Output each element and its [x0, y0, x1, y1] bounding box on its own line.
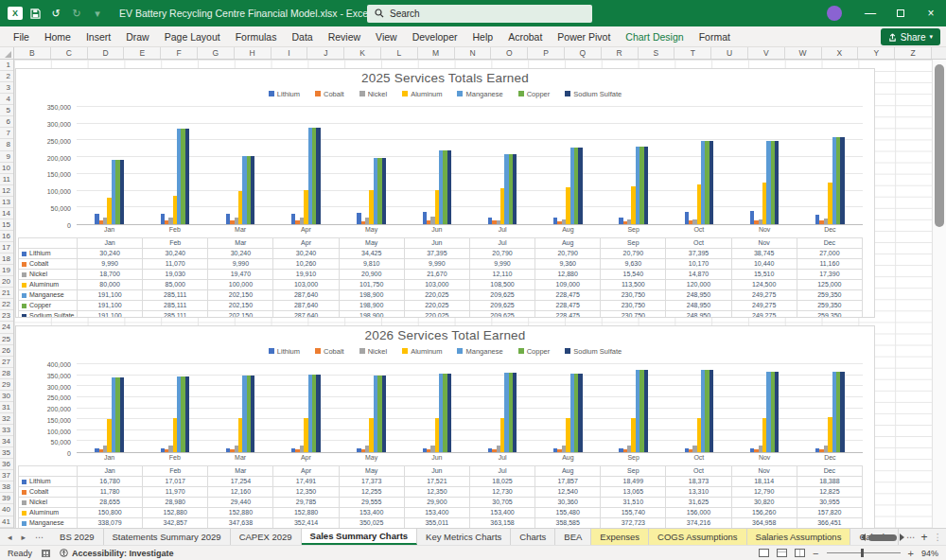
row-header-20[interactable]: 20	[0, 276, 13, 288]
row-header-32[interactable]: 32	[0, 413, 13, 425]
select-all-corner[interactable]	[0, 47, 14, 59]
row-header-33[interactable]: 33	[0, 425, 13, 436]
legend-item-lithium[interactable]: Lithium	[269, 90, 300, 98]
ribbon-tab-draw[interactable]: Draw	[118, 26, 157, 46]
row-header-22[interactable]: 22	[0, 299, 13, 310]
legend-item-lithium[interactable]: Lithium	[269, 347, 300, 356]
row-header-23[interactable]: 23	[0, 310, 13, 322]
row-header-2[interactable]: 2	[0, 71, 13, 82]
column-header-k[interactable]: K	[344, 47, 381, 59]
sheet-tab-bs-2029[interactable]: BS 2029	[51, 529, 103, 545]
column-header-g[interactable]: G	[198, 47, 235, 59]
legend-item-copper[interactable]: Copper	[518, 347, 551, 356]
legend-item-copper[interactable]: Copper	[518, 90, 551, 98]
row-header-21[interactable]: 21	[0, 288, 13, 299]
column-header-j[interactable]: J	[307, 47, 344, 59]
row-header-11[interactable]: 11	[0, 174, 13, 185]
row-header-37[interactable]: 37	[0, 470, 13, 481]
hscroll-right-icon[interactable]	[900, 534, 904, 541]
sheet-tab-sales-summary-charts[interactable]: Sales Summary Charts	[302, 529, 418, 545]
row-header-26[interactable]: 26	[0, 345, 13, 357]
row-header-4[interactable]: 4	[0, 94, 13, 105]
ribbon-tab-power-pivot[interactable]: Power Pivot	[550, 26, 618, 46]
page-break-view-icon[interactable]	[795, 549, 805, 557]
row-header-3[interactable]: 3	[0, 82, 13, 94]
ribbon-tab-home[interactable]: Home	[37, 26, 79, 46]
chart-2025-services-totals[interactable]: 2025 Services Totals Earned LithiumCobal…	[15, 68, 875, 318]
row-header-18[interactable]: 18	[0, 254, 13, 265]
row-header-29[interactable]: 29	[0, 379, 13, 391]
horizontal-scrollbar-thumb[interactable]	[868, 534, 897, 541]
row-header-27[interactable]: 27	[0, 357, 13, 368]
row-header-7[interactable]: 7	[0, 128, 13, 139]
legend-item-aluminum[interactable]: Aluminum	[402, 347, 442, 356]
row-header-41[interactable]: 41	[0, 516, 13, 528]
row-header-24[interactable]: 24	[0, 322, 13, 333]
share-button[interactable]: Share ▾	[881, 28, 940, 45]
sheet-tab-expenses[interactable]: Expenses	[591, 529, 649, 545]
ribbon-tab-data[interactable]: Data	[284, 26, 320, 46]
row-header-10[interactable]: 10	[0, 163, 13, 174]
close-button[interactable]: ×	[916, 0, 946, 26]
accessibility-status[interactable]: Accessibility: Investigate	[60, 549, 174, 558]
column-header-w[interactable]: W	[785, 47, 822, 59]
sheet-tab-capex-2029[interactable]: CAPEX 2029	[231, 529, 302, 545]
column-header-c[interactable]: C	[51, 47, 88, 59]
legend-item-cobalt[interactable]: Cobalt	[315, 347, 344, 356]
ribbon-tab-developer[interactable]: Developer	[405, 26, 465, 46]
row-header-16[interactable]: 16	[0, 231, 13, 242]
normal-view-icon[interactable]	[759, 549, 769, 557]
legend-item-nickel[interactable]: Nickel	[359, 347, 387, 356]
restore-button[interactable]	[885, 0, 916, 26]
search-input[interactable]: Search	[367, 5, 592, 23]
customize-qat-icon[interactable]: ▾	[89, 5, 106, 22]
save-icon[interactable]	[26, 5, 44, 22]
column-header-b[interactable]: B	[14, 47, 51, 59]
row-header-31[interactable]: 31	[0, 402, 13, 413]
column-header-z[interactable]: Z	[895, 47, 932, 59]
legend-item-nickel[interactable]: Nickel	[359, 90, 387, 98]
macro-record-icon[interactable]	[42, 550, 50, 557]
legend-item-cobalt[interactable]: Cobalt	[315, 90, 344, 98]
row-header-15[interactable]: 15	[0, 219, 13, 231]
ribbon-tab-help[interactable]: Help	[465, 26, 501, 46]
row-header-13[interactable]: 13	[0, 197, 13, 208]
sheet-tab-cogs-assumptions[interactable]: COGS Assumptions	[649, 529, 746, 545]
column-header-s[interactable]: S	[639, 47, 675, 59]
row-header-40[interactable]: 40	[0, 504, 13, 516]
row-header-38[interactable]: 38	[0, 481, 13, 493]
legend-item-sodium-sulfate[interactable]: Sodium Sulfate	[565, 347, 622, 356]
zoom-out-icon[interactable]: −	[813, 548, 818, 559]
row-header-36[interactable]: 36	[0, 459, 13, 470]
column-header-v[interactable]: V	[748, 47, 785, 59]
row-header-1[interactable]: 1	[0, 60, 13, 71]
vertical-scrollbar[interactable]	[932, 60, 946, 528]
tabs-more-icon[interactable]: ⋯	[31, 533, 47, 542]
row-header-35[interactable]: 35	[0, 447, 13, 459]
horizontal-scrollbar[interactable]	[861, 532, 942, 543]
legend-item-manganese[interactable]: Manganese	[457, 347, 502, 356]
row-header-12[interactable]: 12	[0, 185, 13, 197]
tabs-scroll-left-icon[interactable]: ◂	[4, 533, 16, 542]
column-header-o[interactable]: O	[491, 47, 528, 59]
column-header-t[interactable]: T	[674, 47, 711, 59]
ribbon-tab-chart-design[interactable]: Chart Design	[618, 26, 691, 46]
ribbon-tab-format[interactable]: Format	[692, 26, 738, 46]
row-header-28[interactable]: 28	[0, 368, 13, 379]
sheet-tab-key-metrics-charts[interactable]: Key Metrics Charts	[417, 529, 511, 545]
column-header-l[interactable]: L	[381, 47, 418, 59]
row-header-30[interactable]: 30	[0, 391, 13, 402]
row-header-5[interactable]: 5	[0, 105, 13, 116]
minimize-button[interactable]: —	[855, 0, 885, 26]
undo-icon[interactable]: ↺	[47, 5, 64, 22]
column-header-x[interactable]: X	[822, 47, 859, 59]
row-header-8[interactable]: 8	[0, 139, 13, 150]
row-header-19[interactable]: 19	[0, 265, 13, 276]
ribbon-tab-review[interactable]: Review	[321, 26, 368, 46]
row-header-6[interactable]: 6	[0, 116, 13, 128]
excel-app-icon[interactable]: X	[8, 7, 23, 20]
sheet-tab-bea[interactable]: BEA	[555, 529, 591, 545]
vertical-scrollbar-thumb[interactable]	[935, 64, 944, 227]
column-header-r[interactable]: R	[602, 47, 639, 59]
ribbon-tab-insert[interactable]: Insert	[79, 26, 118, 46]
